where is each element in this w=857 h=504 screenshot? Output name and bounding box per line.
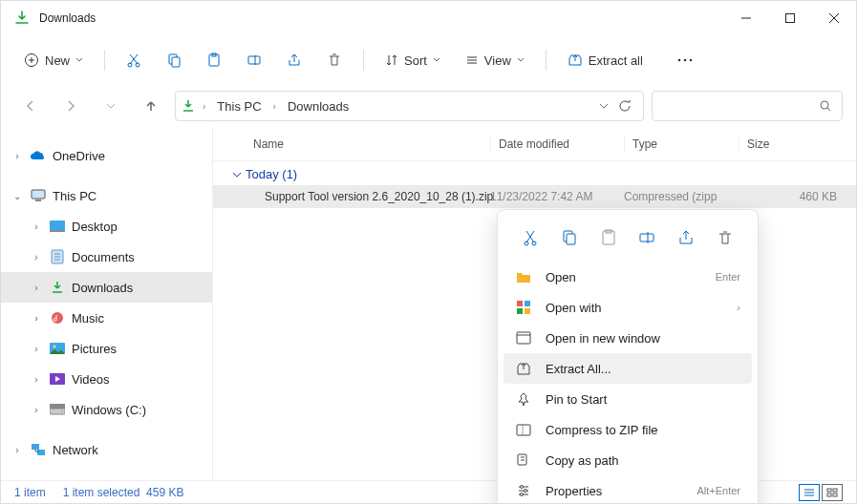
chevron-right-icon[interactable]: ›: [30, 281, 43, 294]
chevron-right-icon: ›: [737, 302, 740, 313]
navbar: › This PC › Downloads: [1, 85, 856, 127]
context-cut-button[interactable]: [514, 221, 546, 254]
new-label: New: [45, 53, 70, 68]
sort-button[interactable]: Sort: [375, 43, 450, 77]
address-bar[interactable]: › This PC › Downloads: [175, 91, 644, 121]
chevron-right-icon[interactable]: ›: [30, 311, 43, 325]
chevron-down-icon[interactable]: ⌄: [11, 189, 24, 202]
more-button[interactable]: [668, 43, 702, 77]
sidebar-item-thispc[interactable]: ⌄ This PC: [1, 180, 212, 211]
search-box[interactable]: [652, 91, 843, 121]
chevron-right-icon[interactable]: ›: [30, 403, 43, 416]
context-copy-path[interactable]: Copy as path: [503, 445, 752, 475]
context-compress[interactable]: Compress to ZIP file: [503, 414, 752, 445]
sidebar-item-label: Desktop: [72, 220, 118, 234]
rename-button[interactable]: [237, 43, 271, 77]
group-today[interactable]: Today (1): [213, 161, 856, 185]
status-size: 459 KB: [146, 486, 183, 499]
file-row[interactable]: Support Tool version 2.6_2020_10_28 (1).…: [213, 185, 856, 208]
refresh-icon[interactable]: [618, 99, 632, 113]
column-name[interactable]: Name: [253, 137, 490, 151]
thumbnails-view-button[interactable]: [822, 484, 843, 501]
compress-icon: [515, 423, 532, 436]
chevron-right-icon[interactable]: ›: [30, 250, 43, 263]
paste-button[interactable]: [197, 43, 231, 77]
trash-icon: [327, 52, 342, 68]
file-date: 11/23/2022 7:42 AM: [490, 190, 624, 203]
sidebar-item-windowsc[interactable]: › Windows (C:): [1, 394, 212, 425]
extract-all-button[interactable]: Extract all: [558, 43, 653, 77]
chevron-right-icon[interactable]: ›: [11, 443, 24, 456]
maximize-button[interactable]: [768, 1, 812, 35]
column-headers[interactable]: Name Date modified Type Size: [213, 127, 856, 161]
column-date[interactable]: Date modified: [490, 137, 624, 151]
chevron-right-icon[interactable]: ›: [30, 372, 43, 386]
chevron-right-icon[interactable]: ›: [11, 149, 24, 162]
toolbar: New Sort View Extract all: [1, 35, 856, 85]
sidebar-item-documents[interactable]: › Documents: [1, 242, 212, 272]
svg-rect-46: [827, 494, 831, 496]
sidebar-item-music[interactable]: › Music: [1, 303, 212, 333]
svg-rect-47: [833, 494, 837, 496]
back-button[interactable]: [14, 90, 47, 122]
download-icon: [49, 279, 66, 296]
context-copy-button[interactable]: [553, 221, 586, 254]
close-button[interactable]: [812, 1, 856, 35]
svg-point-18: [52, 312, 63, 324]
trash-icon: [717, 229, 734, 246]
copy-button[interactable]: [157, 43, 191, 77]
copy-path-icon: [515, 452, 532, 468]
svg-rect-37: [525, 308, 530, 314]
details-view-button[interactable]: [799, 484, 820, 501]
column-type[interactable]: Type: [624, 137, 739, 151]
context-open-with[interactable]: Open with ›: [503, 292, 752, 323]
sidebar-item-network[interactable]: › Network: [1, 434, 212, 465]
status-selected: 1 item selected: [63, 486, 140, 499]
context-paste-button[interactable]: [592, 221, 625, 254]
context-share-button[interactable]: [670, 221, 702, 254]
column-size[interactable]: Size: [739, 137, 769, 151]
sidebar-item-onedrive[interactable]: › OneDrive: [1, 140, 212, 171]
cut-icon: [126, 52, 141, 68]
chevron-right-icon[interactable]: ›: [30, 342, 43, 355]
cut-icon: [522, 229, 539, 246]
context-rename-button[interactable]: [631, 221, 663, 254]
breadcrumb-downloads[interactable]: Downloads: [284, 99, 353, 114]
sidebar-item-desktop[interactable]: › Desktop: [1, 211, 212, 242]
context-properties[interactable]: Properties Alt+Enter: [503, 475, 752, 504]
new-button[interactable]: New: [14, 43, 93, 77]
breadcrumb-thispc[interactable]: This PC: [213, 99, 265, 114]
svg-point-11: [690, 59, 693, 62]
context-delete-button[interactable]: [709, 221, 741, 254]
forward-button[interactable]: [54, 90, 87, 122]
sidebar-item-videos[interactable]: › Videos: [1, 364, 212, 394]
svg-rect-15: [50, 220, 65, 230]
pc-icon: [30, 187, 47, 204]
view-button[interactable]: View: [456, 43, 534, 77]
svg-point-20: [54, 346, 56, 348]
share-button[interactable]: [277, 43, 311, 77]
svg-point-43: [521, 494, 524, 496]
delete-button[interactable]: [317, 43, 352, 77]
svg-rect-30: [567, 234, 575, 244]
svg-rect-44: [827, 489, 831, 492]
file-name: Support Tool version 2.6_2020_10_28 (1).…: [265, 190, 490, 203]
sidebar-item-downloads[interactable]: › Downloads: [1, 272, 212, 303]
context-extract-all[interactable]: Extract All...: [503, 353, 752, 384]
cut-button[interactable]: [117, 43, 151, 77]
recent-button[interactable]: [95, 90, 127, 122]
chevron-down-icon: [232, 170, 242, 179]
extract-all-label: Extract all: [589, 53, 643, 68]
minimize-button[interactable]: [724, 1, 768, 35]
properties-icon: [515, 483, 532, 498]
svg-point-12: [821, 101, 828, 109]
context-open[interactable]: Open Enter: [503, 262, 752, 292]
search-icon: [819, 99, 832, 113]
pictures-icon: [49, 340, 66, 357]
sidebar-item-pictures[interactable]: › Pictures: [1, 333, 212, 364]
context-pin-start[interactable]: Pin to Start: [503, 384, 752, 414]
chevron-down-icon[interactable]: [599, 102, 609, 110]
context-new-window[interactable]: Open in new window: [503, 323, 752, 353]
chevron-right-icon[interactable]: ›: [30, 220, 43, 233]
up-button[interactable]: [135, 90, 167, 122]
